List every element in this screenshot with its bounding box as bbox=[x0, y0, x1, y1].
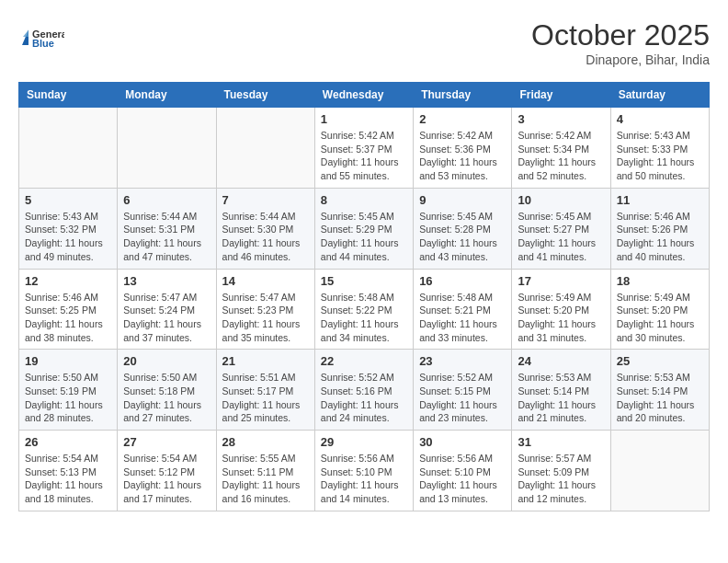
day-info: Sunrise: 5:43 AM Sunset: 5:32 PM Dayligh… bbox=[25, 210, 111, 264]
calendar-cell: 18Sunrise: 5:49 AM Sunset: 5:20 PM Dayli… bbox=[610, 269, 709, 350]
calendar-cell: 6Sunrise: 5:44 AM Sunset: 5:31 PM Daylig… bbox=[118, 188, 216, 269]
title-block: October 2025 Dinapore, Bihar, India bbox=[531, 18, 710, 67]
calendar-cell: 8Sunrise: 5:45 AM Sunset: 5:29 PM Daylig… bbox=[314, 188, 413, 269]
calendar-cell: 29Sunrise: 5:56 AM Sunset: 5:10 PM Dayli… bbox=[314, 431, 413, 511]
weekday-header-row: SundayMondayTuesdayWednesdayThursdayFrid… bbox=[19, 83, 710, 108]
day-info: Sunrise: 5:55 AM Sunset: 5:11 PM Dayligh… bbox=[222, 452, 309, 506]
calendar-cell: 13Sunrise: 5:47 AM Sunset: 5:24 PM Dayli… bbox=[118, 269, 216, 350]
calendar-cell: 17Sunrise: 5:49 AM Sunset: 5:20 PM Dayli… bbox=[512, 269, 610, 350]
day-info: Sunrise: 5:52 AM Sunset: 5:16 PM Dayligh… bbox=[321, 371, 407, 425]
day-number: 18 bbox=[617, 274, 703, 288]
day-number: 13 bbox=[123, 274, 210, 288]
day-info: Sunrise: 5:42 AM Sunset: 5:34 PM Dayligh… bbox=[518, 129, 604, 183]
page-header: General Blue October 2025 Dinapore, Biha… bbox=[18, 18, 710, 67]
week-row-4: 19Sunrise: 5:50 AM Sunset: 5:19 PM Dayli… bbox=[19, 350, 710, 431]
day-number: 10 bbox=[518, 193, 604, 207]
calendar-cell: 11Sunrise: 5:46 AM Sunset: 5:26 PM Dayli… bbox=[610, 188, 709, 269]
calendar-cell: 24Sunrise: 5:53 AM Sunset: 5:14 PM Dayli… bbox=[512, 350, 610, 431]
day-number: 26 bbox=[25, 435, 111, 449]
calendar-cell: 27Sunrise: 5:54 AM Sunset: 5:12 PM Dayli… bbox=[118, 431, 216, 511]
day-number: 3 bbox=[518, 112, 604, 126]
weekday-header-tuesday: Tuesday bbox=[216, 83, 314, 108]
day-info: Sunrise: 5:43 AM Sunset: 5:33 PM Dayligh… bbox=[617, 129, 703, 183]
calendar-cell: 23Sunrise: 5:52 AM Sunset: 5:15 PM Dayli… bbox=[414, 350, 512, 431]
day-info: Sunrise: 5:53 AM Sunset: 5:14 PM Dayligh… bbox=[518, 371, 604, 425]
day-number: 14 bbox=[222, 274, 309, 288]
calendar-cell: 31Sunrise: 5:57 AM Sunset: 5:09 PM Dayli… bbox=[512, 431, 610, 511]
calendar-cell: 20Sunrise: 5:50 AM Sunset: 5:18 PM Dayli… bbox=[118, 350, 216, 431]
day-number: 4 bbox=[617, 112, 703, 126]
day-info: Sunrise: 5:44 AM Sunset: 5:31 PM Dayligh… bbox=[123, 210, 210, 264]
weekday-header-monday: Monday bbox=[118, 83, 216, 108]
day-info: Sunrise: 5:48 AM Sunset: 5:21 PM Dayligh… bbox=[419, 291, 506, 345]
day-number: 25 bbox=[617, 354, 703, 368]
day-info: Sunrise: 5:46 AM Sunset: 5:26 PM Dayligh… bbox=[617, 210, 703, 264]
month-title: October 2025 bbox=[531, 18, 710, 52]
day-number: 24 bbox=[518, 354, 604, 368]
weekday-header-sunday: Sunday bbox=[19, 83, 118, 108]
svg-text:Blue: Blue bbox=[32, 38, 54, 49]
day-info: Sunrise: 5:42 AM Sunset: 5:37 PM Dayligh… bbox=[321, 129, 407, 183]
day-number: 31 bbox=[518, 435, 604, 449]
calendar-cell: 7Sunrise: 5:44 AM Sunset: 5:30 PM Daylig… bbox=[216, 188, 314, 269]
logo-svg: General Blue bbox=[18, 18, 64, 60]
weekday-header-friday: Friday bbox=[512, 83, 610, 108]
day-number: 17 bbox=[518, 274, 604, 288]
day-info: Sunrise: 5:50 AM Sunset: 5:18 PM Dayligh… bbox=[123, 371, 210, 425]
day-info: Sunrise: 5:48 AM Sunset: 5:22 PM Dayligh… bbox=[321, 291, 407, 345]
day-info: Sunrise: 5:46 AM Sunset: 5:25 PM Dayligh… bbox=[25, 291, 111, 345]
day-number: 8 bbox=[321, 193, 407, 207]
week-row-2: 5Sunrise: 5:43 AM Sunset: 5:32 PM Daylig… bbox=[19, 188, 710, 269]
calendar-cell: 21Sunrise: 5:51 AM Sunset: 5:17 PM Dayli… bbox=[216, 350, 314, 431]
day-info: Sunrise: 5:45 AM Sunset: 5:27 PM Dayligh… bbox=[518, 210, 604, 264]
day-number: 11 bbox=[617, 193, 703, 207]
day-number: 30 bbox=[419, 435, 506, 449]
calendar-cell: 30Sunrise: 5:56 AM Sunset: 5:10 PM Dayli… bbox=[414, 431, 512, 511]
calendar-cell: 16Sunrise: 5:48 AM Sunset: 5:21 PM Dayli… bbox=[414, 269, 512, 350]
day-number: 20 bbox=[123, 354, 210, 368]
day-number: 22 bbox=[321, 354, 407, 368]
calendar-cell: 19Sunrise: 5:50 AM Sunset: 5:19 PM Dayli… bbox=[19, 350, 118, 431]
week-row-1: 1Sunrise: 5:42 AM Sunset: 5:37 PM Daylig… bbox=[19, 108, 710, 189]
day-number: 7 bbox=[222, 193, 309, 207]
day-info: Sunrise: 5:45 AM Sunset: 5:28 PM Dayligh… bbox=[419, 210, 506, 264]
day-number: 5 bbox=[25, 193, 111, 207]
calendar-cell: 12Sunrise: 5:46 AM Sunset: 5:25 PM Dayli… bbox=[19, 269, 118, 350]
day-number: 28 bbox=[222, 435, 309, 449]
weekday-header-thursday: Thursday bbox=[414, 83, 512, 108]
calendar-cell: 14Sunrise: 5:47 AM Sunset: 5:23 PM Dayli… bbox=[216, 269, 314, 350]
calendar-cell: 1Sunrise: 5:42 AM Sunset: 5:37 PM Daylig… bbox=[314, 108, 413, 189]
day-number: 2 bbox=[419, 112, 506, 126]
day-info: Sunrise: 5:49 AM Sunset: 5:20 PM Dayligh… bbox=[617, 291, 703, 345]
calendar-cell bbox=[118, 108, 216, 189]
day-number: 6 bbox=[123, 193, 210, 207]
day-info: Sunrise: 5:54 AM Sunset: 5:12 PM Dayligh… bbox=[123, 452, 210, 506]
calendar-cell bbox=[216, 108, 314, 189]
calendar-cell: 26Sunrise: 5:54 AM Sunset: 5:13 PM Dayli… bbox=[19, 431, 118, 511]
day-number: 21 bbox=[222, 354, 309, 368]
calendar-cell: 15Sunrise: 5:48 AM Sunset: 5:22 PM Dayli… bbox=[314, 269, 413, 350]
day-info: Sunrise: 5:54 AM Sunset: 5:13 PM Dayligh… bbox=[25, 452, 111, 506]
week-row-5: 26Sunrise: 5:54 AM Sunset: 5:13 PM Dayli… bbox=[19, 431, 710, 511]
calendar-cell bbox=[610, 431, 709, 511]
calendar-cell: 5Sunrise: 5:43 AM Sunset: 5:32 PM Daylig… bbox=[19, 188, 118, 269]
day-number: 9 bbox=[419, 193, 506, 207]
week-row-3: 12Sunrise: 5:46 AM Sunset: 5:25 PM Dayli… bbox=[19, 269, 710, 350]
location: Dinapore, Bihar, India bbox=[531, 52, 710, 67]
calendar-cell: 2Sunrise: 5:42 AM Sunset: 5:36 PM Daylig… bbox=[414, 108, 512, 189]
day-number: 16 bbox=[419, 274, 506, 288]
day-info: Sunrise: 5:44 AM Sunset: 5:30 PM Dayligh… bbox=[222, 210, 309, 264]
weekday-header-saturday: Saturday bbox=[610, 83, 709, 108]
day-number: 23 bbox=[419, 354, 506, 368]
calendar-table: SundayMondayTuesdayWednesdayThursdayFrid… bbox=[18, 82, 710, 511]
calendar-cell: 22Sunrise: 5:52 AM Sunset: 5:16 PM Dayli… bbox=[314, 350, 413, 431]
calendar-cell: 3Sunrise: 5:42 AM Sunset: 5:34 PM Daylig… bbox=[512, 108, 610, 189]
day-info: Sunrise: 5:42 AM Sunset: 5:36 PM Dayligh… bbox=[419, 129, 506, 183]
day-info: Sunrise: 5:52 AM Sunset: 5:15 PM Dayligh… bbox=[419, 371, 506, 425]
day-info: Sunrise: 5:47 AM Sunset: 5:24 PM Dayligh… bbox=[123, 291, 210, 345]
calendar-cell: 25Sunrise: 5:53 AM Sunset: 5:14 PM Dayli… bbox=[610, 350, 709, 431]
day-number: 12 bbox=[25, 274, 111, 288]
calendar-cell: 10Sunrise: 5:45 AM Sunset: 5:27 PM Dayli… bbox=[512, 188, 610, 269]
calendar-cell: 9Sunrise: 5:45 AM Sunset: 5:28 PM Daylig… bbox=[414, 188, 512, 269]
day-info: Sunrise: 5:51 AM Sunset: 5:17 PM Dayligh… bbox=[222, 371, 309, 425]
